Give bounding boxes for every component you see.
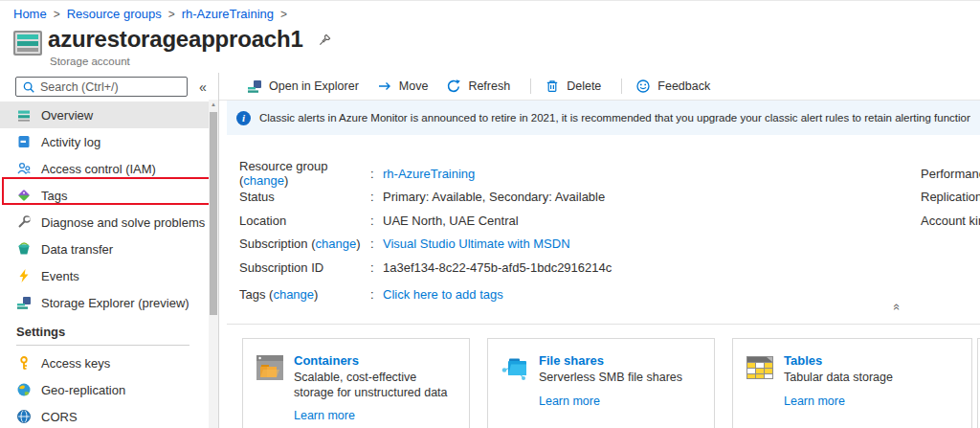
sidebar-item-data-transfer[interactable]: Data transfer bbox=[0, 236, 209, 262]
toolbar-label: Move bbox=[399, 79, 429, 93]
detail-label: Subscription (change) bbox=[239, 237, 370, 251]
detail-row-tags: Tags (change) : Click here to add tags bbox=[239, 282, 612, 306]
sidebar-item-diagnose[interactable]: Diagnose and solve problems bbox=[0, 209, 209, 236]
sidebar-item-label: Tags bbox=[41, 189, 67, 203]
search-input[interactable] bbox=[15, 77, 188, 97]
toolbar-separator bbox=[621, 79, 622, 94]
sidebar-item-label: Access control (IAM) bbox=[41, 162, 156, 176]
delete-button[interactable]: Delete bbox=[545, 79, 601, 94]
sidebar: « Overview A bbox=[0, 73, 219, 428]
key-icon bbox=[16, 355, 32, 371]
refresh-button[interactable]: Refresh bbox=[446, 79, 510, 94]
banner-text: Classic alerts in Azure Monitor is annou… bbox=[259, 112, 970, 124]
storage-explorer-icon bbox=[16, 295, 32, 310]
toolbar-label: Feedback bbox=[657, 79, 710, 93]
resource-type-label: Storage account bbox=[50, 56, 130, 67]
activity-log-icon bbox=[16, 134, 32, 149]
containers-card[interactable]: Containers Scalable, cost-effective stor… bbox=[242, 338, 470, 428]
sidebar-item-cors[interactable]: CORS bbox=[0, 403, 209, 428]
sidebar-item-tags[interactable]: Tags bbox=[0, 182, 209, 209]
detail-row-subscription-id: Subscription ID : 1a3ef134-8c22-475b-afd… bbox=[239, 256, 612, 280]
detail-label: Status bbox=[239, 190, 370, 204]
change-link[interactable]: change bbox=[243, 173, 284, 188]
essentials-right-column: Performance Replication Account kind bbox=[921, 162, 980, 233]
chevron-right-icon: > bbox=[162, 8, 182, 21]
detail-row-status: Status : Primary: Available, Secondary: … bbox=[239, 186, 612, 210]
tables-card[interactable]: Tables Tabular data storage Learn more bbox=[732, 338, 972, 428]
sidebar-item-access-control[interactable]: Access control (IAM) bbox=[0, 155, 209, 182]
replication-label: Replication bbox=[921, 190, 980, 204]
add-tags-link[interactable]: Click here to add tags bbox=[383, 287, 503, 302]
lightning-icon bbox=[16, 268, 32, 283]
wrench-icon bbox=[16, 214, 32, 230]
sidebar-item-label: CORS bbox=[41, 410, 78, 424]
sidebar-item-label: Geo-replication bbox=[41, 383, 125, 397]
account-kind-label: Account kind bbox=[921, 214, 980, 228]
essentials-panel: Resource group (change) : rh-AzureTraini… bbox=[239, 162, 612, 306]
resource-group-link[interactable]: rh-AzureTraining bbox=[383, 167, 475, 181]
feedback-button[interactable]: Feedback bbox=[635, 79, 710, 94]
data-transfer-icon bbox=[16, 241, 32, 257]
detail-label: Subscription ID bbox=[239, 260, 370, 275]
card-description: Serverless SMB file shares bbox=[539, 371, 704, 386]
move-button[interactable]: Move bbox=[377, 79, 429, 94]
file-shares-card[interactable]: File shares Serverless SMB file shares L… bbox=[487, 338, 715, 428]
detail-row-subscription: Subscription (change) : Visual Studio Ul… bbox=[239, 233, 612, 257]
detail-label: Resource group (change) bbox=[239, 159, 370, 188]
sidebar-item-access-keys[interactable]: Access keys bbox=[0, 349, 209, 376]
colon: : bbox=[370, 260, 383, 275]
card-title: File shares bbox=[539, 353, 704, 368]
storage-account-icon bbox=[13, 31, 42, 56]
status-value: Primary: Available, Secondary: Available bbox=[383, 190, 605, 204]
sidebar-item-geo-replication[interactable]: Geo-replication bbox=[0, 376, 209, 403]
sidebar-item-overview[interactable]: Overview bbox=[0, 101, 209, 128]
breadcrumb-resource-group-name[interactable]: rh-AzureTraining bbox=[182, 7, 274, 21]
sidebar-search bbox=[15, 77, 188, 97]
colon: : bbox=[370, 167, 383, 181]
breadcrumb-home[interactable]: Home bbox=[13, 7, 47, 21]
sidebar-scrollbar[interactable]: ▲ bbox=[209, 100, 218, 428]
card-title: Tables bbox=[784, 353, 962, 368]
change-link[interactable]: change bbox=[315, 237, 356, 251]
sidebar-item-activity-log[interactable]: Activity log bbox=[0, 128, 209, 155]
toolbar-separator bbox=[530, 79, 531, 94]
detail-label: Tags (change) bbox=[239, 287, 370, 302]
sidebar-item-label: Diagnose and solve problems bbox=[41, 215, 205, 230]
subscription-link[interactable]: Visual Studio Ultimate with MSDN bbox=[383, 237, 570, 251]
scrollbar-thumb[interactable] bbox=[210, 112, 217, 315]
sidebar-item-label: Overview bbox=[41, 108, 93, 123]
change-link[interactable]: change bbox=[273, 287, 314, 302]
notification-banner: i Classic alerts in Azure Monitor is ann… bbox=[227, 101, 980, 135]
collapse-sidebar-button[interactable]: « bbox=[197, 78, 209, 97]
detail-row-resource-group: Resource group (change) : rh-AzureTraini… bbox=[239, 162, 612, 186]
settings-divider bbox=[16, 345, 189, 346]
colon: : bbox=[370, 190, 383, 204]
trash-icon bbox=[545, 79, 560, 94]
overview-icon bbox=[16, 107, 32, 123]
pin-icon[interactable] bbox=[318, 33, 332, 47]
tags-icon bbox=[16, 188, 32, 203]
colon: : bbox=[370, 237, 383, 251]
azure-portal-storage-overview: Home > Resource groups > rh-AzureTrainin… bbox=[0, 0, 980, 428]
sidebar-section-settings: Settings bbox=[0, 322, 209, 341]
toolbar-label: Delete bbox=[567, 79, 601, 93]
sidebar-menu: Overview Activity log bbox=[0, 101, 209, 428]
card-description: Tabular data storage bbox=[784, 371, 962, 386]
learn-more-link[interactable]: Learn more bbox=[539, 394, 600, 408]
scrollbar-up-arrow-icon[interactable]: ▲ bbox=[209, 101, 218, 107]
breadcrumb-resource-groups[interactable]: Resource groups bbox=[67, 7, 162, 21]
learn-more-link[interactable]: Learn more bbox=[294, 409, 355, 422]
performance-label: Performance bbox=[921, 167, 980, 181]
detail-label: Location bbox=[239, 214, 370, 228]
open-in-explorer-button[interactable]: Open in Explorer bbox=[247, 79, 359, 94]
content-divider bbox=[227, 324, 980, 325]
breadcrumb: Home > Resource groups > rh-AzureTrainin… bbox=[13, 7, 294, 21]
storage-explorer-icon bbox=[247, 79, 262, 94]
sidebar-item-storage-explorer[interactable]: Storage Explorer (preview) bbox=[0, 289, 209, 316]
colon: : bbox=[370, 214, 383, 228]
double-chevron-up-icon: « bbox=[890, 304, 904, 310]
sidebar-item-events[interactable]: Events bbox=[0, 262, 209, 289]
access-control-icon bbox=[16, 161, 32, 176]
learn-more-link[interactable]: Learn more bbox=[784, 394, 845, 408]
collapse-essentials-button[interactable]: « bbox=[888, 298, 907, 315]
